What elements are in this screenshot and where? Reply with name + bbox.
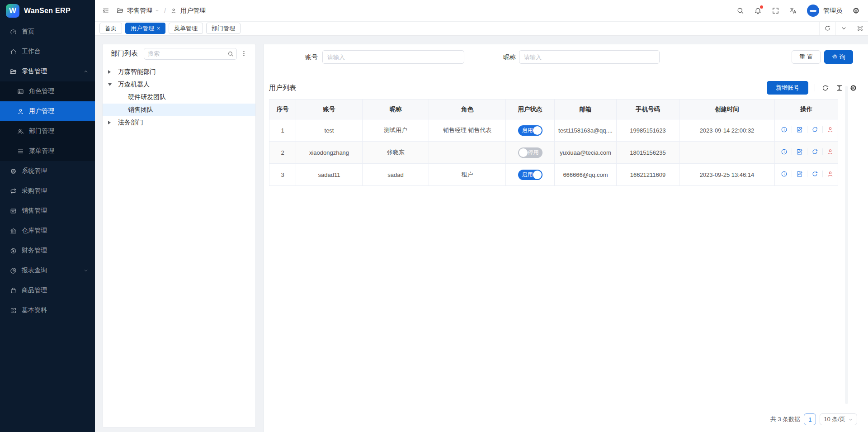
sidebar-item[interactable]: 销售管理 xyxy=(0,201,95,221)
edit-user-icon[interactable] xyxy=(792,126,807,133)
sidebar-item[interactable]: 部门管理 xyxy=(0,121,95,141)
tree-item-label: 硬件研发团队 xyxy=(128,93,166,101)
tree-collapse-icon[interactable] xyxy=(108,83,112,86)
sidebar-item-label: 系统管理 xyxy=(22,167,89,175)
tab-label: 部门管理 xyxy=(212,24,235,33)
row-actions xyxy=(777,126,838,133)
tree-item[interactable]: 硬件研发团队 xyxy=(103,91,255,104)
content-fullscreen-icon[interactable] xyxy=(852,21,868,35)
sidebar-item[interactable]: 基本资料 xyxy=(0,300,95,320)
chevron-down-icon xyxy=(155,8,160,13)
tree-item-label: 万森机器人 xyxy=(118,81,150,89)
user-icon xyxy=(17,108,24,115)
sidebar-item[interactable]: 角色管理 xyxy=(0,81,95,101)
sidebar-item[interactable]: 首页 xyxy=(0,22,95,42)
status-toggle-label: 启用 xyxy=(522,171,533,179)
user-table: 序号账号昵称角色用户状态邮箱手机号码创建时间操作 1test测试用户销售经理 销… xyxy=(269,99,838,186)
tab-菜单管理[interactable]: 菜单管理 xyxy=(169,23,203,34)
sidebar-item-label: 基本资料 xyxy=(22,306,89,314)
tab-首页[interactable]: 首页 xyxy=(99,23,122,34)
avatar-mark xyxy=(810,10,816,12)
nickname-cell: 张晓东 xyxy=(363,142,429,164)
table-refresh-icon[interactable] xyxy=(821,84,829,92)
row-actions xyxy=(777,171,838,177)
tree-expand-icon[interactable] xyxy=(108,70,111,74)
nickname-filter-input[interactable] xyxy=(519,50,660,64)
sidebar-fold-icon[interactable] xyxy=(102,7,109,14)
tabbar: 首页用户管理×菜单管理部门管理 xyxy=(95,22,868,36)
tab-用户管理[interactable]: 用户管理× xyxy=(125,23,165,34)
breadcrumb-parent[interactable]: 零售管理 xyxy=(127,7,160,15)
department-more-icon[interactable] xyxy=(241,50,247,57)
view-detail-icon[interactable] xyxy=(777,171,792,177)
department-search-icon[interactable] xyxy=(224,48,236,59)
view-detail-icon[interactable] xyxy=(777,148,792,155)
sidebar-item[interactable]: 仓库管理 xyxy=(0,221,95,241)
page-button[interactable]: 1 xyxy=(804,413,816,425)
user-menu[interactable]: 管理员 xyxy=(807,5,842,17)
table-header-row: 序号账号昵称角色用户状态邮箱手机号码创建时间操作 xyxy=(269,100,838,119)
topbar-actions: 管理员 xyxy=(736,5,860,17)
tree-item[interactable]: 万森智能部门 xyxy=(103,66,255,78)
scrollbar-track[interactable] xyxy=(845,86,848,404)
account-filter-input[interactable] xyxy=(322,50,464,64)
sidebar-item[interactable]: 零售管理 xyxy=(0,62,95,81)
status-toggle[interactable]: 启用 xyxy=(518,125,542,136)
phone-cell: 16621211609 xyxy=(617,164,679,186)
tree-arrow-slot xyxy=(108,83,118,86)
column-header: 操作 xyxy=(775,100,838,119)
user-label: 管理员 xyxy=(823,7,842,15)
reset-button[interactable]: 重 置 xyxy=(792,50,821,64)
toolbar-divider xyxy=(815,84,815,91)
tree-item[interactable]: 销售团队 xyxy=(103,104,255,116)
sidebar-item[interactable]: 菜单管理 xyxy=(0,141,95,161)
pie-icon xyxy=(10,267,17,274)
sidebar-item[interactable]: 财务管理 xyxy=(0,241,95,261)
sidebar-item[interactable]: 系统管理 xyxy=(0,161,95,181)
tab-menu-chevron-icon[interactable] xyxy=(835,21,852,35)
shop-icon xyxy=(10,208,17,214)
edit-user-icon[interactable] xyxy=(792,171,807,177)
account-cell: test xyxy=(296,119,363,142)
refresh-page-icon[interactable] xyxy=(819,21,835,35)
sidebar-item[interactable]: 用户管理 xyxy=(0,101,95,121)
pagination-total: 共 3 条数据 xyxy=(770,415,800,423)
view-detail-icon[interactable] xyxy=(777,126,792,133)
ops-cell xyxy=(775,119,838,142)
department-search-input[interactable] xyxy=(144,50,224,57)
translate-icon[interactable] xyxy=(789,7,797,14)
tree-expand-icon[interactable] xyxy=(108,121,111,124)
user-remove-icon[interactable] xyxy=(822,148,838,155)
add-account-button[interactable]: 新增账号 xyxy=(767,81,808,95)
edit-user-icon[interactable] xyxy=(792,148,807,155)
settings-gear-icon[interactable] xyxy=(852,7,860,14)
gauge-icon xyxy=(10,28,17,35)
sidebar-item[interactable]: 商品管理 xyxy=(0,280,95,300)
column-settings-gear-icon[interactable] xyxy=(849,84,857,92)
fullscreen-icon[interactable] xyxy=(772,7,779,14)
tab-close-icon[interactable]: × xyxy=(157,26,160,31)
tree-item-label: 销售团队 xyxy=(128,106,153,114)
reset-password-icon[interactable] xyxy=(807,148,822,155)
status-toggle[interactable]: 停用 xyxy=(518,147,542,158)
notification-bell-icon[interactable] xyxy=(754,7,762,14)
tab-部门管理[interactable]: 部门管理 xyxy=(206,23,241,34)
user-remove-icon[interactable] xyxy=(822,171,838,177)
tree-item[interactable]: 法务部门 xyxy=(103,116,255,129)
reset-password-icon[interactable] xyxy=(807,126,822,133)
sidebar-item[interactable]: 采购管理 xyxy=(0,181,95,201)
sidebar-item[interactable]: 工作台 xyxy=(0,42,95,62)
search-button[interactable]: 查 询 xyxy=(824,50,853,64)
row-height-icon[interactable] xyxy=(835,84,843,92)
breadcrumb-separator: / xyxy=(163,7,167,14)
column-header: 账号 xyxy=(296,100,363,119)
tree-item[interactable]: 万森机器人 xyxy=(103,78,255,91)
sidebar-item[interactable]: 报表查询 xyxy=(0,261,95,280)
status-toggle[interactable]: 启用 xyxy=(518,170,542,180)
search-icon[interactable] xyxy=(736,7,744,14)
user-remove-icon[interactable] xyxy=(822,126,838,133)
reset-password-icon[interactable] xyxy=(807,171,822,177)
page-size-select[interactable]: 10 条/页 xyxy=(820,413,857,425)
tabbar-actions xyxy=(819,21,868,35)
created-cell xyxy=(679,142,775,164)
